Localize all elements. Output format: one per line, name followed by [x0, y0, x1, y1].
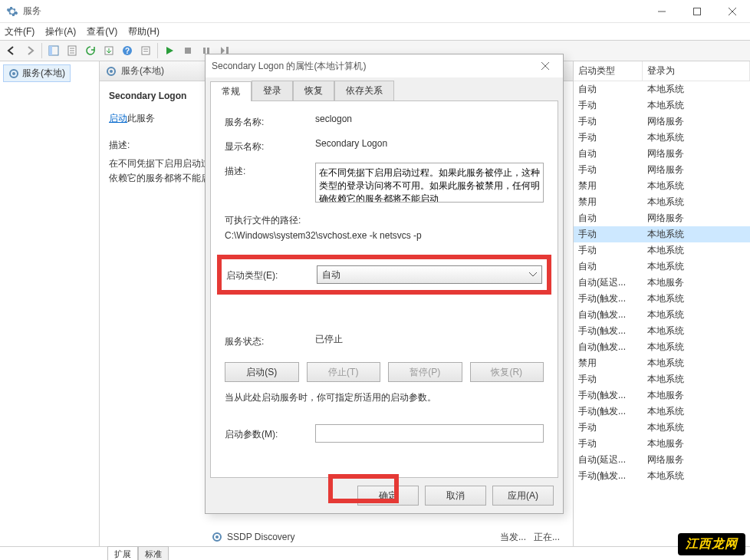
ok-button[interactable]: 确定 — [357, 486, 419, 506]
tab-extended[interactable]: 扩展 — [107, 546, 138, 560]
dlg-desc-text[interactable] — [315, 163, 544, 203]
gear-icon — [8, 68, 19, 79]
cell-logon: 本地系统 — [643, 244, 750, 257]
menu-file[interactable]: 文件(F) — [5, 25, 35, 38]
maximize-button[interactable] — [679, 0, 715, 23]
table-row[interactable]: 自动(延迟...本地服务 — [574, 275, 750, 291]
refresh-icon[interactable] — [82, 42, 99, 59]
show-hide-icon[interactable] — [45, 42, 62, 59]
cell-logon: 本地系统 — [643, 373, 750, 386]
cell-startup: 手动 — [574, 99, 643, 112]
export-icon[interactable] — [100, 42, 117, 59]
highlight-startup: 启动类型(E): 自动 — [217, 255, 551, 295]
cell-logon: 本地系统 — [643, 341, 750, 354]
cell-logon: 本地系统 — [643, 357, 750, 370]
pause-button[interactable]: 暂停(P) — [388, 362, 462, 382]
forward-icon[interactable] — [21, 42, 38, 59]
svc-name-label: 服务名称: — [225, 114, 309, 129]
cell-startup: 手动 — [574, 244, 643, 257]
table-row[interactable]: 手动(触发...本地系统 — [574, 468, 750, 484]
cell-logon: 网络服务 — [643, 115, 750, 128]
cell-startup: 手动 — [574, 115, 643, 128]
table-row[interactable]: 手动网络服务 — [574, 114, 750, 130]
table-row[interactable]: 自动本地系统 — [574, 81, 750, 97]
menu-action[interactable]: 操作(A) — [45, 25, 76, 38]
status-col4: 正在... — [534, 531, 560, 544]
table-row[interactable]: 手动本地系统 — [574, 130, 750, 146]
stop-icon[interactable] — [179, 42, 196, 59]
dlg-desc-label: 描述: — [225, 163, 309, 178]
startup-label: 启动类型(E): — [226, 267, 311, 282]
menu-help[interactable]: 帮助(H) — [128, 25, 160, 38]
column-headers: 启动类型 登录为 — [574, 61, 750, 81]
tab-deps[interactable]: 依存关系 — [334, 81, 394, 100]
col-logon[interactable]: 登录为 — [643, 61, 750, 81]
table-row[interactable]: 自动本地系统 — [574, 259, 750, 275]
dialog-close-button[interactable] — [534, 55, 557, 77]
table-row[interactable]: 自动网络服务 — [574, 146, 750, 162]
close-button[interactable] — [715, 0, 750, 23]
dialog-title: Secondary Logon 的属性(本地计算机) — [212, 60, 366, 73]
cell-logon: 本地服务 — [643, 437, 750, 450]
svg-rect-10 — [207, 48, 209, 54]
properties-icon[interactable] — [64, 42, 81, 59]
apply-button[interactable]: 应用(A) — [492, 486, 554, 506]
table-row[interactable]: 禁用本地系统 — [574, 355, 750, 371]
start-link[interactable]: 启动 — [109, 113, 127, 124]
help-icon[interactable]: ? — [119, 42, 136, 59]
cell-startup: 手动 — [574, 163, 643, 176]
list-pane: 启动类型 登录为 自动本地系统手动本地系统手动网络服务手动本地系统自动网络服务手… — [574, 61, 750, 546]
table-row[interactable]: 自动(延迟...网络服务 — [574, 452, 750, 468]
cell-logon: 本地系统 — [643, 308, 750, 321]
mid-header-label: 服务(本地) — [121, 64, 164, 77]
table-row[interactable]: 自动(触发...本地系统 — [574, 307, 750, 323]
table-row[interactable]: 手动本地系统 — [574, 371, 750, 387]
table-row[interactable]: 手动(触发...本地服务 — [574, 387, 750, 404]
cell-logon: 本地系统 — [643, 260, 750, 273]
params-input[interactable] — [315, 424, 544, 443]
startup-combo[interactable]: 自动 — [317, 265, 542, 284]
table-row[interactable]: 自动网络服务 — [574, 210, 750, 226]
table-row[interactable]: 禁用本地系统 — [574, 194, 750, 210]
col-startup[interactable]: 启动类型 — [574, 61, 643, 81]
menu-view[interactable]: 查看(V) — [87, 25, 117, 38]
table-row[interactable]: 手动本地系统 — [574, 242, 750, 259]
start-button[interactable]: 启动(S) — [225, 362, 299, 382]
cell-logon: 网络服务 — [643, 163, 750, 176]
cell-logon: 本地服务 — [643, 389, 750, 402]
window-title: 服务 — [23, 5, 644, 18]
tree-item-services[interactable]: 服务(本地) — [3, 64, 71, 82]
tab-general[interactable]: 常规 — [210, 81, 252, 101]
table-row[interactable]: 自动(触发...本地系统 — [574, 339, 750, 355]
table-row[interactable]: 禁用本地系统 — [574, 178, 750, 194]
cell-startup: 自动(延迟... — [574, 453, 643, 466]
stop-button[interactable]: 停止(T) — [307, 362, 381, 382]
table-row[interactable]: 手动网络服务 — [574, 162, 750, 178]
tab-logon[interactable]: 登录 — [252, 81, 293, 100]
minimize-button[interactable] — [644, 0, 679, 23]
cancel-button[interactable]: 取消 — [425, 486, 486, 506]
resume-button[interactable]: 恢复(R) — [470, 362, 544, 382]
cell-logon: 网络服务 — [643, 212, 750, 225]
table-row[interactable]: 手动本地系统 — [574, 226, 750, 242]
table-row[interactable]: 手动本地系统 — [574, 97, 750, 114]
properties-dialog: Secondary Logon 的属性(本地计算机) 常规 登录 恢复 依存关系… — [205, 54, 564, 514]
gear-icon — [6, 5, 23, 18]
table-row[interactable]: 手动本地系统 — [574, 420, 750, 436]
disp-name-value: Secondary Logon — [315, 138, 544, 149]
table-row[interactable]: 手动(触发...本地系统 — [574, 291, 750, 307]
watermark: 江西龙网 — [678, 533, 745, 555]
cell-startup: 手动 — [574, 131, 643, 144]
dialog-titlebar: Secondary Logon 的属性(本地计算机) — [206, 54, 563, 77]
back-icon[interactable] — [3, 42, 20, 59]
start-icon[interactable] — [161, 42, 178, 59]
gear-icon — [212, 532, 222, 542]
properties2-icon[interactable] — [137, 42, 154, 59]
status-value: 已停止 — [315, 333, 544, 346]
table-row[interactable]: 手动(触发...本地系统 — [574, 323, 750, 339]
tab-standard[interactable]: 标准 — [138, 546, 169, 560]
table-row[interactable]: 手动(触发...本地系统 — [574, 404, 750, 420]
tab-recovery[interactable]: 恢复 — [293, 81, 334, 100]
cell-startup: 自动 — [574, 212, 643, 225]
table-row[interactable]: 手动本地服务 — [574, 436, 750, 452]
